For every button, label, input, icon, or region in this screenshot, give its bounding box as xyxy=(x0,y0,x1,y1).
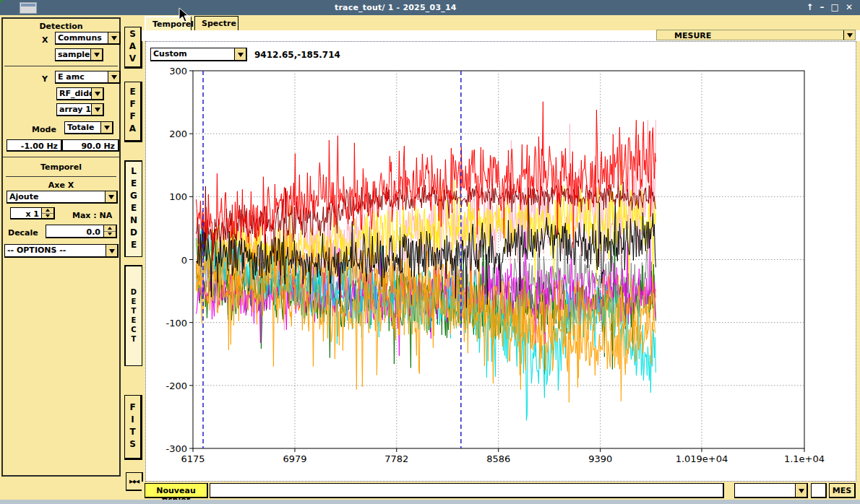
minimize-icon[interactable]: – xyxy=(820,1,825,13)
window-title: trace_tout/ 1 - 2025_03_14 xyxy=(335,3,457,12)
scale-combobox[interactable]: Custom xyxy=(150,48,247,61)
window-menu-icon[interactable] xyxy=(20,2,37,14)
mode-combobox[interactable]: Totale xyxy=(64,121,113,134)
max-value-label: Max : NA xyxy=(72,211,112,220)
window-bottom-edge xyxy=(0,500,860,504)
fit-data-icon[interactable]: ▶◆◀ xyxy=(126,472,143,491)
tab-spectre[interactable]: Spectre xyxy=(194,16,238,30)
chevron-down-icon[interactable] xyxy=(100,122,112,133)
y-tick-label: 100 xyxy=(169,191,187,202)
detection-title: Detection xyxy=(3,22,119,31)
options-combobox[interactable]: -- OPTIONS -- xyxy=(4,244,119,258)
y-tick-label: -200 xyxy=(165,381,187,391)
y-tick-label: 0 xyxy=(181,255,187,266)
y-tick-label: -100 xyxy=(165,318,187,329)
close-icon[interactable]: ✕ xyxy=(846,1,853,13)
fits-button[interactable]: FITS xyxy=(124,395,142,460)
x-tick-label: 1.1e+04 xyxy=(784,453,825,464)
freq-max-field[interactable]: 90.0 Hz xyxy=(62,139,119,152)
x-tick-label: 9390 xyxy=(588,453,612,464)
measure-select-combobox[interactable] xyxy=(734,483,808,498)
x-tick-label: 8586 xyxy=(486,453,510,464)
x-tick-label: 6175 xyxy=(181,453,205,464)
chevron-down-icon[interactable] xyxy=(795,484,807,497)
x-tick-label: 6979 xyxy=(283,453,306,464)
arrow-up-icon xyxy=(104,225,116,232)
chevron-down-icon[interactable] xyxy=(108,71,119,82)
axe-x-label: Axe X xyxy=(3,181,119,190)
x-tick-label: 1.019e+04 xyxy=(676,453,728,464)
multiplier-stepper[interactable]: x 1 xyxy=(10,207,55,220)
arrow-down-icon xyxy=(42,214,53,219)
y-tick-label: 200 xyxy=(169,129,187,139)
divider xyxy=(6,176,116,177)
x-tick-label: 7782 xyxy=(384,453,408,464)
divider xyxy=(3,157,119,157)
temporel-section-title: Temporel xyxy=(3,162,119,172)
mes-button[interactable]: MES xyxy=(829,483,856,498)
new-file-button[interactable]: Nouveau fichier xyxy=(145,483,208,498)
chevron-down-icon[interactable] xyxy=(91,88,103,99)
divider xyxy=(4,66,118,66)
arrow-up-icon xyxy=(42,208,53,214)
filename-input[interactable] xyxy=(210,483,724,498)
corner-pixel xyxy=(0,0,2,2)
chevron-down-icon[interactable] xyxy=(843,30,855,40)
mesure-combobox[interactable]: MESURE xyxy=(656,30,856,40)
sav-button[interactable]: SAV xyxy=(124,27,142,69)
application-window: { "window": { "title": "trace_tout/ 1 - … xyxy=(0,0,860,504)
y-tick-label: -300 xyxy=(165,443,187,454)
y-tick-label: 300 xyxy=(169,66,187,77)
effa-button[interactable]: EFFA xyxy=(124,82,142,142)
cursor-readout: 9412.65,-185.714 xyxy=(254,50,340,60)
y-array-combobox[interactable]: array 1 xyxy=(56,103,104,116)
x-source-combobox[interactable]: Communs xyxy=(55,32,121,45)
y-source-combobox[interactable]: E amc xyxy=(55,71,121,84)
detection-panel: Detection X Communs sample Y E amc RF_di… xyxy=(1,17,121,477)
mode-label: Mode xyxy=(32,125,56,134)
chevron-down-icon[interactable] xyxy=(106,245,117,256)
chevron-down-icon[interactable] xyxy=(91,104,103,115)
chevron-down-icon[interactable] xyxy=(105,191,116,202)
stepper-arrows[interactable] xyxy=(41,208,53,218)
titlebar[interactable]: trace_tout/ 1 - 2025_03_14 ↑ – □ ✕ xyxy=(0,0,860,15)
mouse-cursor xyxy=(179,7,190,23)
decale-stepper[interactable]: 0.0 xyxy=(46,225,117,238)
restore-icon[interactable]: ↑ xyxy=(807,1,814,13)
chevron-down-icon[interactable] xyxy=(108,32,119,43)
x-axis-label: X xyxy=(42,35,48,45)
tab-bar xyxy=(142,15,860,30)
y-signal-combobox[interactable]: RF_didq xyxy=(56,87,104,100)
y-axis-label: Y xyxy=(42,74,48,84)
axe-x-combobox[interactable]: Ajoute xyxy=(7,191,118,204)
legende-button[interactable]: LEGENDE xyxy=(124,160,142,257)
decale-label: Decale xyxy=(8,228,38,238)
plot-canvas[interactable]: 3002001000-100-200-300617569797782858693… xyxy=(142,62,857,471)
detect-button[interactable]: DETECT xyxy=(124,265,142,366)
x-channel-combobox[interactable]: sample xyxy=(55,48,103,61)
mes-indicator-box[interactable] xyxy=(811,483,827,498)
maximize-icon[interactable]: □ xyxy=(831,1,839,13)
chevron-down-icon[interactable] xyxy=(234,48,246,60)
freq-min-field[interactable]: -1.00 Hz xyxy=(7,139,62,152)
stepper-arrows[interactable] xyxy=(103,225,116,237)
arrow-down-icon xyxy=(104,232,116,238)
chevron-down-icon[interactable] xyxy=(90,49,102,60)
